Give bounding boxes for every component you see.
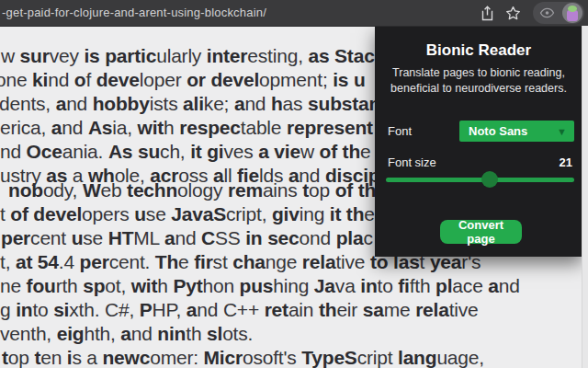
text-segment: HP, [152,299,186,320]
text-segment: a [488,275,498,296]
text-segment: e [178,251,194,272]
text-segment: si [53,299,69,320]
slider-thumb[interactable] [481,171,498,188]
font-size-slider[interactable] [386,171,574,188]
text-segment: o [74,69,86,90]
text-segment: th [346,203,364,224]
text-segment: se [83,227,107,248]
text-segment: eb [101,179,128,201]
share-icon[interactable] [474,0,500,26]
text-segment: ody, [43,179,83,201]
text-segment: a [164,227,175,248]
text-segment: h [164,117,179,138]
font-label: Font [388,124,412,138]
text-segment: th [319,299,336,320]
text-segment: th [186,323,207,344]
text-segment: devel [33,203,82,224]
text-segment: t [0,203,10,224]
text-line: g into sixth. C#, PHP, and C++ retain th… [0,298,588,322]
text-segment: erica, [0,117,51,138]
text-segment: rela [415,299,449,320]
text-segment: a [51,117,62,138]
text-segment: cent [30,227,72,248]
popup-description-line2: beneficial to neurodiverse readers. [375,81,582,97]
text-segment: a [120,323,130,344]
text-segment: inter [207,45,248,66]
text-segment: cript [357,347,398,368]
text-segment: substan [308,93,380,114]
text-segment: nd [0,141,27,162]
text-segment: as [283,93,308,114]
text-segment: pl [435,275,452,296]
text-segment: nd [175,227,201,248]
text-segment: tive [449,299,479,320]
text-segment: u [72,227,84,248]
text-segment: C [201,227,215,248]
text-segment: ania. [62,141,108,162]
chevron-down-icon: ▼ [557,126,574,137]
text-segment: in [245,227,262,248]
text-segment: hth, [84,323,120,344]
text-segment: fth [410,275,435,296]
text-segment: to [378,275,399,296]
extension-avatar[interactable] [562,3,582,23]
text-segment: as [308,45,329,66]
text-segment: As [88,117,112,138]
text-segment: a [56,93,66,114]
text-segment: opment; [259,69,333,90]
text-segment: opers [82,203,134,224]
font-select-value: Noto Sans [459,124,557,138]
text-segment: sl [207,323,222,344]
text-segment: TypeS [301,347,356,368]
text-segment: nd [48,69,74,90]
font-select[interactable]: Noto Sans ▼ [459,121,574,142]
eye-icon[interactable] [535,2,559,24]
text-segment: nob [8,179,43,201]
bookmark-star-icon[interactable] [500,0,526,26]
text-segment: w [300,141,320,162]
text-segment: of [335,179,353,201]
text-segment: ots. [222,323,253,344]
font-size-label: Font size [388,155,436,169]
text-segment: it [330,203,341,224]
text-segment: Micr [204,347,243,368]
text-segment: fir [194,251,212,272]
text-segment: respec [179,117,241,138]
text-segment: op [8,347,35,368]
text-segment: sur [20,45,50,66]
text-segment: or [187,69,206,90]
toolbar-icon-group [474,0,586,26]
text-segment: ularly [156,45,207,66]
slider-track[interactable] [386,178,574,182]
text-segment: omer: [150,347,203,368]
text-segment: g [0,299,16,320]
text-segment: sp [83,275,105,296]
text-segment: techn [127,179,177,201]
text-segment: partic [105,45,156,66]
text-segment: cha [232,251,266,272]
text-segment: nge [266,251,302,272]
text-segment: one [0,69,32,90]
text-segment: vey [50,45,85,66]
text-segment: hing [273,275,314,296]
text-segment: nd [62,117,88,138]
text-segment: Th [155,251,178,272]
text-segment: me [384,299,415,320]
bionic-reader-popup: Bionic Reader Translate pages to bionic … [375,26,582,257]
address-bar-url[interactable]: -get-paid-for-clojure-and-arent-using-bl… [2,6,266,19]
text-segment: of [320,141,337,162]
text-segment: ali [183,93,204,114]
text-segment: a [234,93,244,114]
text-segment: osoft's [243,347,301,368]
text-segment: rem [228,179,263,201]
text-segment: table [241,117,287,138]
text-segment: ains [263,179,302,201]
text-segment: .4 [59,251,80,272]
text-segment: P [140,299,153,320]
page-scrollbar[interactable] [582,26,588,368]
text-line: venth, eighth, and ninth slots. [0,322,588,346]
text-segment: ki [32,69,48,90]
convert-page-button[interactable]: Convert page [440,220,522,244]
text-segment: ot, [105,275,130,296]
text-segment: en [40,347,67,368]
